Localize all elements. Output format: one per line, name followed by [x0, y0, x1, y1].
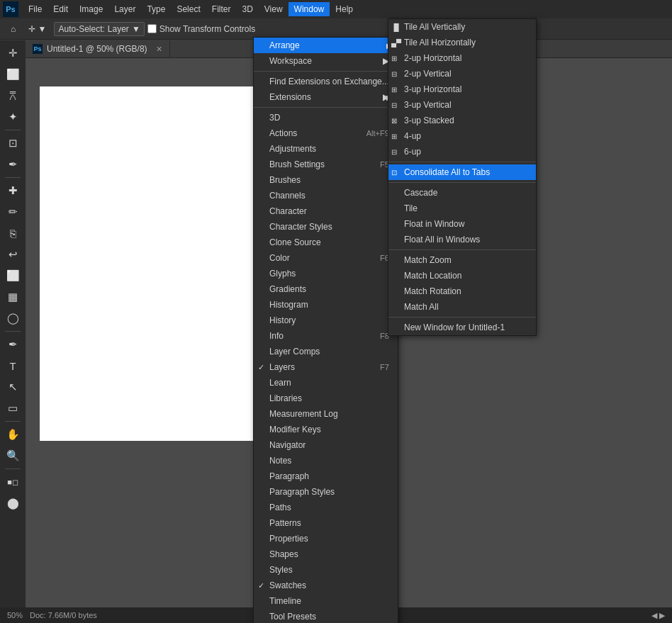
menu-help[interactable]: Help — [330, 2, 359, 16]
arrange-tile-all-horizontally[interactable]: ▄▀Tile All Horizontally — [388, 35, 536, 50]
menu-layer[interactable]: Layer — [108, 2, 141, 16]
menu-edit[interactable]: Edit — [47, 2, 74, 16]
arrange-3up-stacked[interactable]: ⊠3-up Stacked — [388, 113, 536, 128]
tool-separator-2 — [5, 177, 21, 178]
menu-window-paragraph[interactable]: Paragraph — [254, 468, 398, 484]
menu-window-glyphs[interactable]: Glyphs — [254, 266, 398, 281]
menu-window-brush-settings[interactable]: Brush SettingsF5 — [254, 157, 398, 172]
menu-window-3d[interactable]: 3D — [254, 110, 398, 125]
menu-window-paths[interactable]: Paths — [254, 500, 398, 515]
layers-check: ✓ — [258, 363, 264, 372]
hand-tool[interactable]: ✋ — [3, 425, 23, 444]
menu-window-color[interactable]: ColorF6 — [254, 250, 398, 266]
history-brush-tool[interactable]: ↩ — [3, 245, 23, 264]
gradient-tool[interactable]: ▦ — [3, 287, 23, 307]
clone-stamp-tool[interactable]: ⎘ — [3, 223, 23, 243]
menu-window-extensions-exchange[interactable]: Find Extensions on Exchange... — [254, 74, 398, 89]
text-tool[interactable]: T — [3, 356, 23, 376]
menu-window-gradients[interactable]: Gradients — [254, 281, 398, 297]
spot-healing-tool[interactable]: ✚ — [3, 181, 23, 201]
menu-window-swatches[interactable]: ✓Swatches — [254, 578, 398, 593]
menu-window-info[interactable]: InfoF8 — [254, 328, 398, 344]
arrange-tile-all-vertically[interactable]: ▐▌Tile All Vertically — [388, 19, 536, 35]
nav-arrows[interactable]: ◀ ▶ — [651, 611, 665, 620]
home-btn[interactable]: ⌂ — [6, 22, 21, 36]
menu-window[interactable]: Window — [289, 2, 330, 16]
shape-tool[interactable]: ▭ — [3, 398, 23, 418]
menu-file[interactable]: File — [23, 2, 47, 16]
arrange-tile[interactable]: Tile — [388, 201, 536, 216]
arrange-2up-horizontal[interactable]: ⊞2-up Horizontal — [388, 50, 536, 66]
lasso-tool[interactable]: ⩞ — [3, 86, 23, 106]
transform-check[interactable] — [147, 24, 157, 33]
menu-window-extensions[interactable]: Extensions▶ — [254, 89, 398, 105]
arrange-new-window[interactable]: New Window for Untitled-1 — [388, 320, 536, 335]
menu-window-notes[interactable]: Notes — [254, 453, 398, 468]
menu-window-layer-comps[interactable]: Layer Comps — [254, 344, 398, 359]
menu-window-properties[interactable]: Properties — [254, 531, 398, 546]
menu-window-measurement-log[interactable]: Measurement Log — [254, 406, 398, 422]
canvas-tab[interactable]: Ps Untitled-1 @ 50% (RGB/8) ✕ — [26, 40, 170, 57]
eraser-tool[interactable]: ⬜ — [3, 266, 23, 286]
crop-tool[interactable]: ⊡ — [3, 133, 23, 153]
menu-window-clone-source[interactable]: Clone Source — [254, 235, 398, 250]
arrange-match-rotation[interactable]: Match Rotation — [388, 284, 536, 299]
menu-window-paragraph-styles[interactable]: Paragraph Styles — [254, 484, 398, 500]
eyedropper-tool[interactable]: ✒ — [3, 155, 23, 174]
menu-filter[interactable]: Filter — [206, 2, 237, 16]
arrange-float-in-window[interactable]: Float in Window — [388, 216, 536, 232]
menu-window-learn[interactable]: Learn — [254, 375, 398, 391]
menu-window-workspace[interactable]: Workspace▶ — [254, 53, 398, 69]
zoom-tool[interactable]: 🔍 — [3, 446, 23, 466]
menu-window-adjustments[interactable]: Adjustments — [254, 141, 398, 157]
menu-window-modifier-keys[interactable]: Modifier Keys — [254, 422, 398, 437]
move-tool[interactable]: ✛ — [3, 43, 23, 63]
arrange-consolidate-all-to-tabs[interactable]: ⊡Consolidate All to Tabs — [388, 164, 536, 180]
menu-select[interactable]: Select — [171, 2, 206, 16]
menu-window-timeline[interactable]: Timeline — [254, 593, 398, 609]
pen-tool[interactable]: ✒ — [3, 335, 23, 354]
menu-window-libraries[interactable]: Libraries — [254, 391, 398, 406]
menu-window-shapes[interactable]: Shapes — [254, 546, 398, 562]
auto-select-dropdown[interactable]: Auto-Select: Layer ▼ — [54, 22, 144, 36]
foreground-bg-colors[interactable]: ■◻ — [3, 472, 23, 492]
menu-window-tool-presets[interactable]: Tool Presets — [254, 609, 398, 623]
menu-window-patterns[interactable]: Patterns — [254, 515, 398, 531]
arrange-match-all[interactable]: Match All — [388, 299, 536, 315]
dodge-tool[interactable]: ◯ — [3, 308, 23, 328]
menu-window-channels[interactable]: Channels — [254, 188, 398, 203]
quick-mask-btn[interactable]: ⬤ — [3, 493, 23, 513]
menu-window-navigator[interactable]: Navigator — [254, 437, 398, 453]
menu-image[interactable]: Image — [74, 2, 108, 16]
close-tab-btn[interactable]: ✕ — [156, 45, 162, 54]
menu-view[interactable]: View — [259, 2, 289, 16]
move-tool-btn[interactable]: ✛ ▼ — [23, 22, 51, 36]
arrange-match-zoom[interactable]: Match Zoom — [388, 252, 536, 268]
arrange-3up-vertical[interactable]: ⊟3-up Vertical — [388, 97, 536, 113]
arrange-4up[interactable]: ⊞4-up — [388, 128, 536, 144]
path-select-tool[interactable]: ↖ — [3, 377, 23, 397]
menu-window-character-styles[interactable]: Character Styles — [254, 219, 398, 235]
consolidate-icon: ⊡ — [391, 169, 397, 176]
arrange-cascade[interactable]: Cascade — [388, 185, 536, 201]
menu-bar: Ps File Edit Image Layer Type Select Fil… — [0, 0, 672, 18]
arrange-float-all-in-windows[interactable]: Float All in Windows — [388, 232, 536, 247]
menu-window-actions[interactable]: ActionsAlt+F9 — [254, 125, 398, 141]
menu-type[interactable]: Type — [141, 2, 171, 16]
show-transform-checkbox[interactable]: Show Transform Controls — [147, 24, 255, 34]
menu-window-brushes[interactable]: Brushes — [254, 172, 398, 188]
arrange-2up-vertical[interactable]: ⊟2-up Vertical — [388, 66, 536, 82]
brush-tool[interactable]: ✏ — [3, 202, 23, 222]
menu-window-styles[interactable]: Styles — [254, 562, 398, 578]
menu-3d[interactable]: 3D — [236, 2, 258, 16]
menu-window-history[interactable]: History — [254, 313, 398, 328]
arrange-match-location[interactable]: Match Location — [388, 268, 536, 284]
menu-window-layers[interactable]: ✓LayersF7 — [254, 359, 398, 375]
menu-window-arrange[interactable]: Arrange — [254, 38, 398, 53]
menu-window-histogram[interactable]: Histogram — [254, 297, 398, 313]
arrange-3up-horizontal[interactable]: ⊞3-up Horizontal — [388, 82, 536, 97]
menu-window-character[interactable]: Character — [254, 203, 398, 219]
magic-wand-tool[interactable]: ✦ — [3, 107, 23, 127]
arrange-6up[interactable]: ⊟6-up — [388, 144, 536, 159]
marquee-tool[interactable]: ⬜ — [3, 64, 23, 84]
